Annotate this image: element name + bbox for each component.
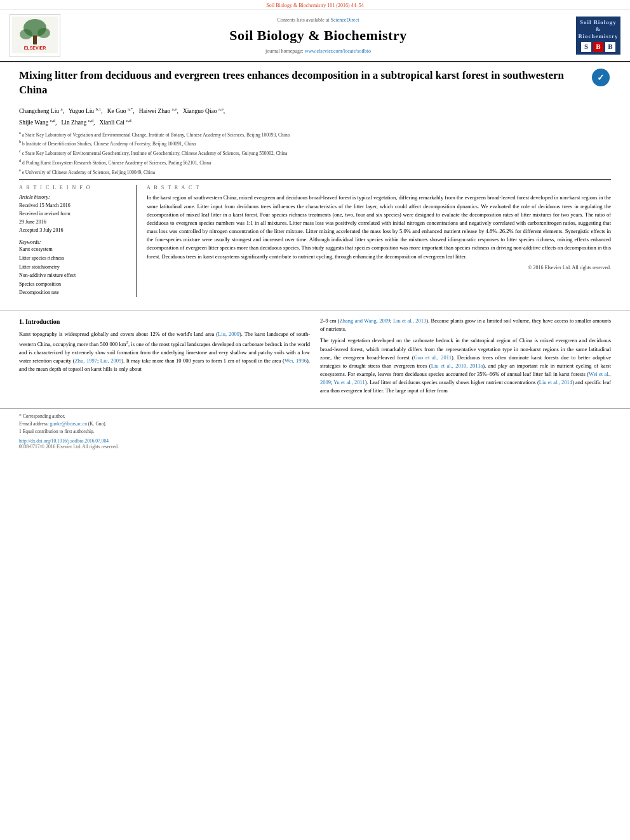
received-date: Received 15 March 2016 [19,202,130,210]
body-content: 1. Introduction Karst topography is wide… [0,317,630,399]
page: Soil Biology & Biochemistry 101 (2016) 4… [0,0,630,840]
sciencedirect-link[interactable]: ScienceDirect [331,17,359,23]
article-history: Article history: Received 15 March 2016 … [19,194,130,234]
equal-contribution-note: 1 Equal contribution to first authorship… [19,428,611,436]
contents-availability: Contents lists available at ScienceDirec… [278,17,359,23]
email-note: E-mail address: gunke@ibcas.ac.cn (K. Gu… [19,420,611,428]
affiliation-c: c c State Key Laboratory of Environmenta… [19,148,611,157]
affiliation-e: e e University of Chinese Academy of Sci… [19,167,611,176]
affiliation-list: a a State Key Laboratory of Vegetation a… [19,130,611,176]
yu-2011-ref[interactable]: Yu et al., 2011 [333,379,365,385]
footer-section: * Corresponding author. E-mail address: … [0,408,630,452]
zhu-1997-ref[interactable]: Zhu, 1997 [75,357,97,364]
wei-1996-ref[interactable]: Wei, 1996 [285,357,307,364]
copyright-notice: © 2016 Elsevier Ltd. All rights reserved… [147,264,611,272]
revised-label: Received in revised form [19,210,130,218]
header-section: ELSEVIER Contents lists available at Sci… [0,10,630,62]
history-label: Article history: [19,194,130,202]
abstract-text: In the karst region of southwestern Chin… [147,194,611,272]
intro-para-2: 2–9 cm (Zhang and Wang, 2009; Liu et al.… [320,317,611,333]
footnotes: * Corresponding author. E-mail address: … [19,413,611,436]
elsevier-logo-box: ELSEVIER [10,14,60,57]
liu-2014-ref[interactable]: Liu et al., 2014 [539,379,572,385]
article-info-column: A R T I C L E I N F O Article history: R… [19,185,137,297]
svg-point-2 [20,29,32,39]
keyword-4: Non-additive mixture effect [19,271,130,280]
abstract-paragraph: In the karst region of southwestern Chin… [147,194,611,260]
journal-citation: Soil Biology & Biochemistry 101 (2016) 4… [266,3,363,8]
svg-point-3 [37,28,50,38]
crossmark-icon: ✓ [592,69,610,86]
body-col-right: 2–9 cm (Zhang and Wang, 2009; Liu et al.… [320,317,611,399]
guo-2011-ref[interactable]: Guo et al., 2011 [414,354,452,361]
elsevier-logo: ELSEVIER [6,14,64,57]
affiliation-d: d d Puding Karst Ecosystem Research Stat… [19,157,611,166]
liu-2009-ref2[interactable]: Liu, 2009 [100,357,121,364]
journal-logo-right: Soil Biology & Biochemistry S B B [573,14,624,57]
revised-date: 29 June 2016 [19,218,130,227]
intro-para-1: Karst topography is widespread globally … [19,330,310,373]
liu-2011a-ref[interactable]: 2011a [470,363,483,369]
article-info-heading: A R T I C L E I N F O [19,185,130,190]
article-content: Mixing litter from deciduous and evergre… [0,62,630,303]
homepage-link[interactable]: www.elsevier.com/locate/soilbio [305,48,371,54]
keywords-section: Keywords: Karst ecosystem Litter species… [19,239,130,297]
article-title-section: Mixing litter from deciduous and evergre… [19,69,611,101]
keyword-list: Karst ecosystem Litter species richness … [19,245,130,297]
body-col-left: 1. Introduction Karst topography is wide… [19,317,310,399]
issn-line: 0038-0717/© 2016 Elsevier Ltd. All right… [19,444,611,450]
corresponding-note: * Corresponding author. [19,413,611,420]
svg-text:ELSEVIER: ELSEVIER [24,46,46,50]
homepage-line: journal homepage: www.elsevier.com/locat… [265,48,371,54]
section-divider [0,310,630,310]
journal-title: Soil Biology & Biochemistry [229,27,406,44]
article-title: Mixing litter from deciduous and evergre… [19,69,586,98]
keyword-2: Litter species richness [19,254,130,263]
keyword-3: Litter stoichiometry [19,263,130,272]
zhang-wang-2009-ref[interactable]: Zhang and Wang, 2009 [340,317,391,324]
intro-heading: 1. Introduction [19,317,310,327]
liu-2013-ref[interactable]: Liu et al., 2013 [393,317,426,324]
header-center: Contents lists available at ScienceDirec… [69,14,568,57]
keywords-label: Keywords: [19,239,130,245]
journal-bar: Soil Biology & Biochemistry 101 (2016) 4… [0,0,630,10]
email-link[interactable]: gunke@ibcas.ac.cn [50,421,87,427]
doi-line: http://dx.doi.org/10.1016/j.soilbio.2016… [19,438,611,444]
elsevier-svg: ELSEVIER [12,17,58,53]
affiliation-b: b b Institute of Desertification Studies… [19,138,611,147]
abstract-column: A B S T R A C T In the karst region of s… [147,185,611,297]
svg-rect-4 [33,36,37,44]
liu-2009-ref[interactable]: Liu, 2009 [218,331,239,337]
affiliation-a: a a State Key Laboratory of Vegetation a… [19,130,611,138]
doi-link[interactable]: http://dx.doi.org/10.1016/j.soilbio.2016… [19,438,109,444]
authors-line-1: Changcheng Liu a, Yuguo Liu b,1, Ke Guo … [19,106,611,116]
sb-logo-box: Soil Biology & Biochemistry S B B [576,17,620,55]
crossmark-badge: ✓ [592,69,611,88]
liu-2010-ref[interactable]: Liu et al., 2010, [431,363,468,369]
keyword-1: Karst ecosystem [19,245,130,254]
keyword-5: Species composition [19,280,130,289]
authors-line-2: Shijie Wang c,d, Lin Zhang c,d, Xianli C… [19,117,611,127]
keyword-6: Decomposition rate [19,288,130,297]
article-info-abstract-section: A R T I C L E I N F O Article history: R… [19,179,611,297]
abstract-heading: A B S T R A C T [147,185,611,190]
intro-para-3: The typical vegetation developed on the … [320,337,611,395]
accepted-date: Accepted 3 July 2016 [19,227,130,235]
